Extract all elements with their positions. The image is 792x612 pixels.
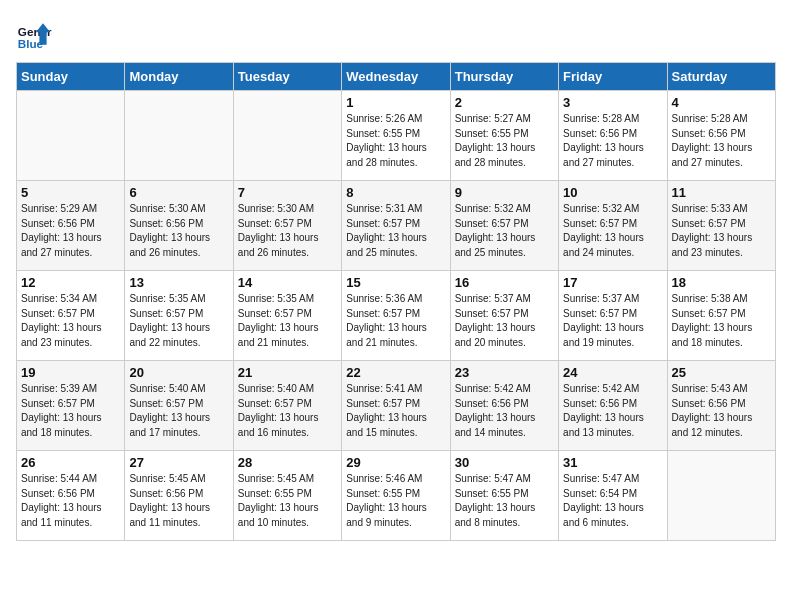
calendar-cell: 14Sunrise: 5:35 AM Sunset: 6:57 PM Dayli…	[233, 271, 341, 361]
day-info: Sunrise: 5:41 AM Sunset: 6:57 PM Dayligh…	[346, 382, 445, 440]
day-info: Sunrise: 5:42 AM Sunset: 6:56 PM Dayligh…	[563, 382, 662, 440]
day-number: 31	[563, 455, 662, 470]
day-info: Sunrise: 5:42 AM Sunset: 6:56 PM Dayligh…	[455, 382, 554, 440]
day-info: Sunrise: 5:30 AM Sunset: 6:57 PM Dayligh…	[238, 202, 337, 260]
week-row-1: 1Sunrise: 5:26 AM Sunset: 6:55 PM Daylig…	[17, 91, 776, 181]
day-info: Sunrise: 5:33 AM Sunset: 6:57 PM Dayligh…	[672, 202, 771, 260]
calendar-cell: 15Sunrise: 5:36 AM Sunset: 6:57 PM Dayli…	[342, 271, 450, 361]
day-info: Sunrise: 5:32 AM Sunset: 6:57 PM Dayligh…	[455, 202, 554, 260]
day-number: 23	[455, 365, 554, 380]
calendar-table: SundayMondayTuesdayWednesdayThursdayFrid…	[16, 62, 776, 541]
week-row-4: 19Sunrise: 5:39 AM Sunset: 6:57 PM Dayli…	[17, 361, 776, 451]
calendar-cell: 7Sunrise: 5:30 AM Sunset: 6:57 PM Daylig…	[233, 181, 341, 271]
calendar-cell: 17Sunrise: 5:37 AM Sunset: 6:57 PM Dayli…	[559, 271, 667, 361]
day-info: Sunrise: 5:28 AM Sunset: 6:56 PM Dayligh…	[563, 112, 662, 170]
calendar-cell: 24Sunrise: 5:42 AM Sunset: 6:56 PM Dayli…	[559, 361, 667, 451]
calendar-cell: 13Sunrise: 5:35 AM Sunset: 6:57 PM Dayli…	[125, 271, 233, 361]
day-number: 1	[346, 95, 445, 110]
calendar-cell: 3Sunrise: 5:28 AM Sunset: 6:56 PM Daylig…	[559, 91, 667, 181]
day-number: 15	[346, 275, 445, 290]
column-header-thursday: Thursday	[450, 63, 558, 91]
day-info: Sunrise: 5:26 AM Sunset: 6:55 PM Dayligh…	[346, 112, 445, 170]
calendar-cell: 27Sunrise: 5:45 AM Sunset: 6:56 PM Dayli…	[125, 451, 233, 541]
day-number: 13	[129, 275, 228, 290]
day-info: Sunrise: 5:40 AM Sunset: 6:57 PM Dayligh…	[129, 382, 228, 440]
calendar-cell: 25Sunrise: 5:43 AM Sunset: 6:56 PM Dayli…	[667, 361, 775, 451]
week-row-2: 5Sunrise: 5:29 AM Sunset: 6:56 PM Daylig…	[17, 181, 776, 271]
day-number: 10	[563, 185, 662, 200]
day-number: 21	[238, 365, 337, 380]
day-info: Sunrise: 5:34 AM Sunset: 6:57 PM Dayligh…	[21, 292, 120, 350]
column-header-friday: Friday	[559, 63, 667, 91]
calendar-cell: 11Sunrise: 5:33 AM Sunset: 6:57 PM Dayli…	[667, 181, 775, 271]
day-info: Sunrise: 5:38 AM Sunset: 6:57 PM Dayligh…	[672, 292, 771, 350]
day-number: 18	[672, 275, 771, 290]
day-info: Sunrise: 5:27 AM Sunset: 6:55 PM Dayligh…	[455, 112, 554, 170]
calendar-cell: 22Sunrise: 5:41 AM Sunset: 6:57 PM Dayli…	[342, 361, 450, 451]
calendar-cell: 5Sunrise: 5:29 AM Sunset: 6:56 PM Daylig…	[17, 181, 125, 271]
calendar-cell: 20Sunrise: 5:40 AM Sunset: 6:57 PM Dayli…	[125, 361, 233, 451]
day-number: 22	[346, 365, 445, 380]
day-info: Sunrise: 5:30 AM Sunset: 6:56 PM Dayligh…	[129, 202, 228, 260]
day-info: Sunrise: 5:45 AM Sunset: 6:55 PM Dayligh…	[238, 472, 337, 530]
day-info: Sunrise: 5:31 AM Sunset: 6:57 PM Dayligh…	[346, 202, 445, 260]
day-number: 16	[455, 275, 554, 290]
calendar-cell: 28Sunrise: 5:45 AM Sunset: 6:55 PM Dayli…	[233, 451, 341, 541]
calendar-cell: 31Sunrise: 5:47 AM Sunset: 6:54 PM Dayli…	[559, 451, 667, 541]
day-number: 28	[238, 455, 337, 470]
calendar-cell: 6Sunrise: 5:30 AM Sunset: 6:56 PM Daylig…	[125, 181, 233, 271]
day-info: Sunrise: 5:47 AM Sunset: 6:55 PM Dayligh…	[455, 472, 554, 530]
page-header: General Blue	[16, 16, 776, 52]
day-info: Sunrise: 5:47 AM Sunset: 6:54 PM Dayligh…	[563, 472, 662, 530]
day-number: 30	[455, 455, 554, 470]
day-number: 25	[672, 365, 771, 380]
calendar-cell	[667, 451, 775, 541]
calendar-cell: 10Sunrise: 5:32 AM Sunset: 6:57 PM Dayli…	[559, 181, 667, 271]
day-number: 6	[129, 185, 228, 200]
day-info: Sunrise: 5:29 AM Sunset: 6:56 PM Dayligh…	[21, 202, 120, 260]
calendar-cell	[125, 91, 233, 181]
day-number: 8	[346, 185, 445, 200]
day-number: 19	[21, 365, 120, 380]
day-number: 14	[238, 275, 337, 290]
column-header-wednesday: Wednesday	[342, 63, 450, 91]
column-header-saturday: Saturday	[667, 63, 775, 91]
week-row-5: 26Sunrise: 5:44 AM Sunset: 6:56 PM Dayli…	[17, 451, 776, 541]
day-info: Sunrise: 5:40 AM Sunset: 6:57 PM Dayligh…	[238, 382, 337, 440]
calendar-cell: 23Sunrise: 5:42 AM Sunset: 6:56 PM Dayli…	[450, 361, 558, 451]
calendar-cell: 2Sunrise: 5:27 AM Sunset: 6:55 PM Daylig…	[450, 91, 558, 181]
calendar-cell: 9Sunrise: 5:32 AM Sunset: 6:57 PM Daylig…	[450, 181, 558, 271]
calendar-cell: 4Sunrise: 5:28 AM Sunset: 6:56 PM Daylig…	[667, 91, 775, 181]
day-number: 29	[346, 455, 445, 470]
logo: General Blue	[16, 16, 56, 52]
day-number: 4	[672, 95, 771, 110]
day-info: Sunrise: 5:36 AM Sunset: 6:57 PM Dayligh…	[346, 292, 445, 350]
column-header-sunday: Sunday	[17, 63, 125, 91]
day-number: 26	[21, 455, 120, 470]
day-number: 27	[129, 455, 228, 470]
day-info: Sunrise: 5:46 AM Sunset: 6:55 PM Dayligh…	[346, 472, 445, 530]
day-number: 17	[563, 275, 662, 290]
day-number: 24	[563, 365, 662, 380]
day-info: Sunrise: 5:28 AM Sunset: 6:56 PM Dayligh…	[672, 112, 771, 170]
logo-icon: General Blue	[16, 16, 52, 52]
column-header-monday: Monday	[125, 63, 233, 91]
day-number: 3	[563, 95, 662, 110]
calendar-cell: 8Sunrise: 5:31 AM Sunset: 6:57 PM Daylig…	[342, 181, 450, 271]
day-info: Sunrise: 5:37 AM Sunset: 6:57 PM Dayligh…	[563, 292, 662, 350]
calendar-cell: 16Sunrise: 5:37 AM Sunset: 6:57 PM Dayli…	[450, 271, 558, 361]
day-number: 7	[238, 185, 337, 200]
day-number: 11	[672, 185, 771, 200]
day-number: 2	[455, 95, 554, 110]
day-info: Sunrise: 5:43 AM Sunset: 6:56 PM Dayligh…	[672, 382, 771, 440]
day-info: Sunrise: 5:32 AM Sunset: 6:57 PM Dayligh…	[563, 202, 662, 260]
day-info: Sunrise: 5:35 AM Sunset: 6:57 PM Dayligh…	[129, 292, 228, 350]
day-number: 9	[455, 185, 554, 200]
calendar-cell: 18Sunrise: 5:38 AM Sunset: 6:57 PM Dayli…	[667, 271, 775, 361]
day-info: Sunrise: 5:35 AM Sunset: 6:57 PM Dayligh…	[238, 292, 337, 350]
calendar-cell: 29Sunrise: 5:46 AM Sunset: 6:55 PM Dayli…	[342, 451, 450, 541]
calendar-cell: 30Sunrise: 5:47 AM Sunset: 6:55 PM Dayli…	[450, 451, 558, 541]
day-info: Sunrise: 5:37 AM Sunset: 6:57 PM Dayligh…	[455, 292, 554, 350]
day-number: 20	[129, 365, 228, 380]
day-number: 12	[21, 275, 120, 290]
